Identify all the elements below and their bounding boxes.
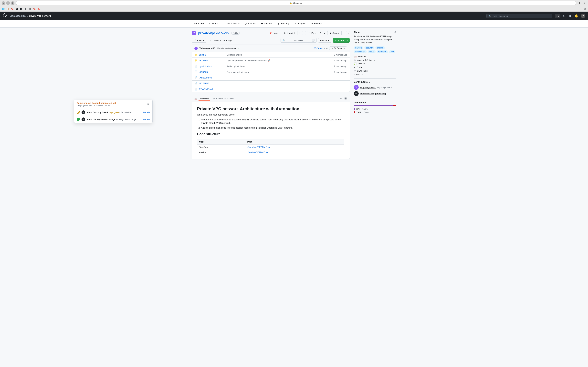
fork-dropdown-button[interactable]: ▾	[323, 31, 326, 35]
file-name-link[interactable]: LICENSE	[199, 82, 225, 85]
new-tab-button[interactable]: +	[582, 1, 586, 5]
toolbar-github-icon[interactable]: ⬡	[583, 7, 587, 11]
unpin-button[interactable]: 📌 Unpin	[267, 31, 280, 35]
edit-readme-button[interactable]: ✏	[340, 97, 343, 100]
file-name-link[interactable]: terraform	[199, 59, 225, 62]
activity-sidebar-link[interactable]: 📊 Activity	[354, 62, 396, 65]
star-dropdown-button[interactable]: ▾	[347, 31, 350, 35]
nav-item-code[interactable]: <> Code	[192, 20, 207, 27]
forward-button[interactable]: ›	[6, 1, 10, 5]
tag-badge-cloud[interactable]: cloud	[368, 50, 376, 53]
check-status-icon[interactable]: ✓	[238, 47, 240, 50]
contributors-title: Contributors 2	[354, 81, 396, 83]
readme-header: 📖 README ⚖ Apache-2.0 license ✏ ☰	[192, 95, 350, 102]
file-row-gitattributes: 📄 .gitattributes Added .gitattributes 9 …	[192, 63, 350, 69]
tag-badge-bastion[interactable]: bastion	[354, 46, 363, 49]
check-details-button-2[interactable]: Details	[143, 118, 150, 121]
commit-message: Update .whitesource	[217, 47, 237, 50]
nav-item-settings[interactable]: ⚙ Settings	[308, 20, 325, 27]
tag-badge-automation[interactable]: automation	[354, 50, 367, 53]
header-search[interactable]: 🔍 Type / to search	[486, 14, 552, 18]
code-button[interactable]: <> Code	[333, 38, 346, 43]
toolbar-icon-2[interactable]: 📋	[6, 7, 10, 11]
toc-button[interactable]: ☰	[344, 97, 347, 100]
commits-count-button[interactable]: ◷ 34 Commits	[329, 46, 347, 50]
commit-header: V VidyasagarMSC Update .whitesource ✓ 23…	[192, 45, 350, 52]
watching-sidebar-link[interactable]: 👁 2 watching	[354, 70, 396, 72]
contributor-item-1: V VidyasagarMSC Vidyasagar Machup...	[354, 85, 396, 90]
tag-badge-terraform[interactable]: terraform	[377, 50, 388, 53]
refresh-button[interactable]: ↻	[11, 1, 14, 5]
checks-popup-close-button[interactable]: ×	[146, 102, 150, 106]
toolbar-icon-1[interactable]: 🌐	[1, 7, 5, 11]
stars-sidebar-link[interactable]: ★ 1 star	[354, 66, 396, 69]
file-name-link[interactable]: .gitignore	[199, 71, 225, 73]
toolbar-icon-5[interactable]: 🅰	[19, 7, 23, 11]
tag-badge-security[interactable]: security	[364, 46, 374, 49]
table-cell-path: ./terraform/README.md	[245, 144, 344, 150]
notifications-button[interactable]: 🔔	[574, 13, 579, 18]
repo-name-link[interactable]: private-vpc-network	[198, 31, 229, 35]
lang-bar-hcl	[354, 105, 393, 106]
contributor-name-link-2[interactable]: mend-bolt-for-github[bot]	[360, 92, 386, 95]
share-button[interactable]: ⬆	[578, 1, 581, 5]
check-info-1: Mend Security Check In progress - Securi…	[87, 111, 134, 114]
tag-badge-ansible[interactable]: ansible	[375, 46, 385, 49]
nav-item-projects[interactable]: ☰ Projects	[258, 20, 275, 27]
about-section: About ⚙ Provision an HA Bastion and VPN …	[354, 31, 396, 76]
file-name-link[interactable]: .whitesource	[199, 76, 225, 79]
fork-button[interactable]: ⑂ Fork	[307, 31, 318, 35]
nav-item-issues[interactable]: ○ Issues	[207, 20, 221, 27]
check-status-success-icon: ✓	[77, 118, 80, 121]
committer-name: VidyasagarMSC	[199, 47, 216, 50]
actions-icon: ▷	[245, 22, 247, 25]
toolbar-icon-4[interactable]: 🅰	[15, 7, 18, 11]
watch-button[interactable]: 👁 Unwatch	[282, 31, 297, 35]
breadcrumb-user-link[interactable]: VidyasagarMSC	[10, 15, 26, 17]
file-name-link[interactable]: .gitattributes	[199, 65, 225, 67]
ansible-readme-link[interactable]: ./ansible/README.md	[247, 151, 268, 153]
tag-badge-vpc[interactable]: vpc	[389, 50, 395, 53]
readme-tab[interactable]: README	[199, 97, 210, 100]
star-button[interactable]: ★ Starred	[327, 31, 341, 35]
issues-button[interactable]: ⊙	[562, 13, 566, 18]
repo-owner-avatar: V	[192, 31, 196, 35]
toolbar-icon-9[interactable]: 🔖	[37, 7, 41, 11]
license-tab[interactable]: ⚖ Apache-2.0 license	[212, 97, 235, 100]
header-actions: + ▾ ⊙ ⇅ 🔔 V	[555, 13, 585, 18]
back-button[interactable]: ‹	[2, 1, 5, 5]
toolbar-icon-7[interactable]: ⊞	[28, 7, 32, 11]
nav-item-security[interactable]: ⛨ Security	[275, 20, 292, 27]
main-content-area: V private-vpc-network Public 📌 Unpin 👁 U…	[0, 27, 588, 162]
check-details-button-1[interactable]: Details	[143, 111, 150, 114]
header-search-box[interactable]: 🔍 Type / to search	[486, 14, 552, 18]
file-name-link[interactable]: README.md	[199, 88, 225, 91]
file-table: V VidyasagarMSC Update .whitesource ✓ 23…	[192, 45, 350, 92]
commit-hash-link[interactable]: 23c109e · now	[314, 47, 328, 50]
license-sidebar-link[interactable]: ⚖ Apache-2.0 license	[354, 59, 396, 61]
nav-item-insights[interactable]: ↗ Insights	[292, 20, 308, 27]
about-settings-button[interactable]: ⚙	[394, 31, 396, 33]
address-bar[interactable]: 🔒 github.com	[16, 1, 576, 5]
add-file-button[interactable]: Add file ▾	[318, 38, 331, 43]
toolbar-icon-6[interactable]: ⊕	[24, 7, 27, 11]
watch-dropdown-button[interactable]: ▾	[303, 31, 306, 35]
nav-item-actions[interactable]: ▷ Actions	[242, 20, 258, 27]
browser-action-buttons: ⬆ +	[578, 1, 586, 5]
nav-item-pull-requests[interactable]: ⇅ Pull requests	[221, 20, 242, 27]
toolbar-icon-3[interactable]: 🔖	[10, 7, 14, 11]
avatar[interactable]: V	[581, 14, 585, 18]
branch-selector[interactable]: ⎇ main ▾	[192, 38, 206, 43]
file-commit-msg: Opened port 9090 for web console access …	[227, 59, 332, 62]
code-dropdown-button[interactable]: ▾	[346, 38, 350, 43]
toolbar-icon-8[interactable]: 🔖	[32, 7, 36, 11]
star-sidebar-icon: ★	[354, 66, 356, 69]
file-name-link[interactable]: ansible	[199, 53, 225, 56]
readme-sidebar-link[interactable]: 📖 Readme	[354, 55, 396, 58]
forks-sidebar-link[interactable]: ⑂ 0 forks	[354, 73, 396, 76]
pull-requests-button[interactable]: ⇅	[568, 13, 572, 18]
go-to-file-button[interactable]: 🔍 Go to file t	[281, 38, 317, 43]
contributor-name-link-1[interactable]: VidyasagarMSC	[360, 86, 376, 89]
new-item-button[interactable]: + ▾	[555, 14, 561, 18]
terraform-readme-link[interactable]: ./terraform/README.md	[247, 146, 270, 148]
